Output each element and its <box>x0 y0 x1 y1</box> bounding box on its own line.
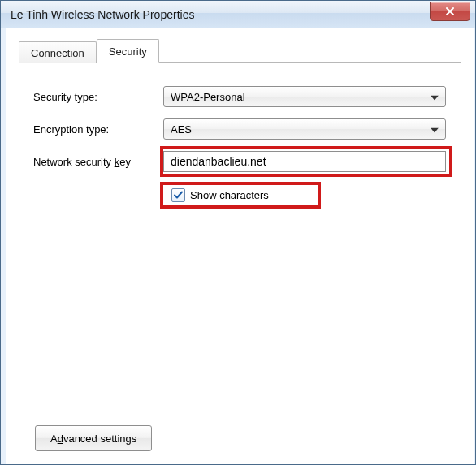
check-icon <box>174 191 183 200</box>
show-characters-row: Show characters <box>163 183 318 207</box>
chevron-down-icon <box>431 91 439 103</box>
network-key-input[interactable] <box>163 151 446 172</box>
tab-connection-label: Connection <box>31 47 84 59</box>
encryption-type-label: Encryption type: <box>33 123 163 136</box>
chevron-down-icon <box>431 123 439 136</box>
tab-security[interactable]: Security <box>97 39 159 63</box>
show-characters-checkbox[interactable] <box>171 188 185 202</box>
tab-security-label: Security <box>109 45 147 58</box>
advanced-settings-button[interactable]: Advanced settings <box>35 425 152 451</box>
properties-window: Le Tinh Wireless Network Properties Conn… <box>0 0 476 465</box>
network-key-label: Network security key <box>33 156 163 168</box>
titlebar: Le Tinh Wireless Network Properties <box>1 1 475 28</box>
security-panel: Security type: WPA2-Personal Encryption … <box>19 63 461 218</box>
encryption-type-value: AES <box>171 123 192 136</box>
window-title: Le Tinh Wireless Network Properties <box>11 8 430 21</box>
close-button[interactable] <box>430 2 470 21</box>
advanced-settings-label: Advanced settings <box>50 433 136 445</box>
encryption-type-select[interactable]: AES <box>163 118 446 140</box>
encryption-type-row: Encryption type: AES <box>33 118 446 140</box>
security-type-label: Security type: <box>33 91 163 103</box>
security-type-select[interactable]: WPA2-Personal <box>163 86 446 107</box>
show-characters-label: Show characters <box>190 189 269 201</box>
tab-connection[interactable]: Connection <box>19 41 97 63</box>
network-key-row: Network security key <box>33 151 446 172</box>
client-area: Connection Security Security type: WPA2-… <box>1 28 475 464</box>
close-icon <box>445 6 455 16</box>
client-inner: Connection Security Security type: WPA2-… <box>1 28 475 464</box>
security-type-value: WPA2-Personal <box>171 91 245 103</box>
security-type-row: Security type: WPA2-Personal <box>33 86 446 107</box>
tab-strip: Connection Security <box>19 40 461 63</box>
